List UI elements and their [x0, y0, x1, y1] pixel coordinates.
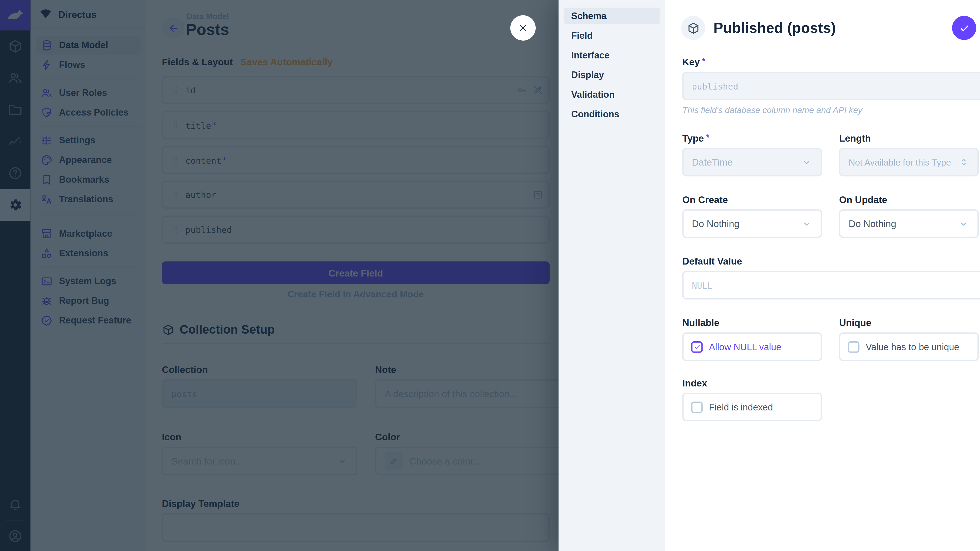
index-checkbox-label: Field is indexed [709, 402, 773, 412]
type-value: DateTime [692, 157, 733, 167]
type-label: Type [682, 133, 822, 143]
default-value-input[interactable] [682, 271, 980, 300]
tab-validation[interactable]: Validation [564, 86, 660, 103]
tab-interface[interactable]: Interface [564, 47, 660, 64]
app: Directus Data Model Flows User Roles Acc… [0, 0, 980, 551]
nullable-label: Nullable [682, 318, 822, 328]
checkbox-unchecked-icon[interactable] [691, 401, 703, 413]
on-update-label: On Update [839, 194, 979, 205]
field-drawer: Schema Field Interface Display Validatio… [558, 0, 980, 551]
key-label: Key [682, 56, 979, 67]
field-type-icon [681, 16, 705, 40]
checkbox-checked-icon[interactable] [691, 341, 703, 353]
on-create-label: On Create [682, 194, 822, 205]
unique-checkbox-row[interactable]: Value has to be unique [839, 332, 979, 361]
save-button[interactable] [952, 16, 977, 40]
tab-schema[interactable]: Schema [564, 8, 660, 24]
check-icon [958, 22, 970, 34]
stepper-icon[interactable] [958, 157, 969, 167]
nullable-checkbox-label: Allow NULL value [709, 341, 781, 352]
unique-checkbox-label: Value has to be unique [865, 341, 959, 352]
key-input[interactable] [682, 72, 980, 100]
tab-field[interactable]: Field [564, 27, 660, 44]
length-value: Not Available for this Type [849, 157, 951, 167]
on-create-select[interactable]: Do Nothing [682, 210, 822, 238]
drawer-title: Published (posts) [713, 20, 836, 37]
index-checkbox-row[interactable]: Field is indexed [682, 392, 822, 421]
checkbox-unchecked-icon[interactable] [848, 341, 859, 353]
chevron-down-icon [801, 218, 813, 229]
drawer-tab-list: Schema Field Interface Display Validatio… [558, 0, 665, 551]
unique-label: Unique [839, 318, 979, 328]
default-value-label: Default Value [682, 256, 979, 266]
tab-conditions[interactable]: Conditions [564, 106, 660, 122]
tab-display[interactable]: Display [564, 67, 660, 83]
close-icon [517, 22, 529, 35]
chevron-down-icon [958, 218, 969, 229]
key-helper-text: This field's database column name and AP… [682, 105, 862, 115]
length-input[interactable]: Not Available for this Type [839, 148, 979, 176]
cube-icon [687, 21, 700, 35]
on-update-select[interactable]: Do Nothing [839, 210, 979, 238]
nullable-checkbox-row[interactable]: Allow NULL value [682, 332, 822, 361]
close-drawer-button[interactable] [511, 15, 536, 41]
drawer-content: Published (posts) Key This field's datab… [665, 0, 980, 551]
index-label: Index [682, 378, 822, 388]
on-create-value: Do Nothing [692, 218, 740, 229]
on-update-value: Do Nothing [849, 218, 896, 229]
length-label: Length [839, 133, 979, 143]
chevron-down-icon [801, 156, 813, 168]
type-select[interactable]: DateTime [682, 148, 822, 176]
